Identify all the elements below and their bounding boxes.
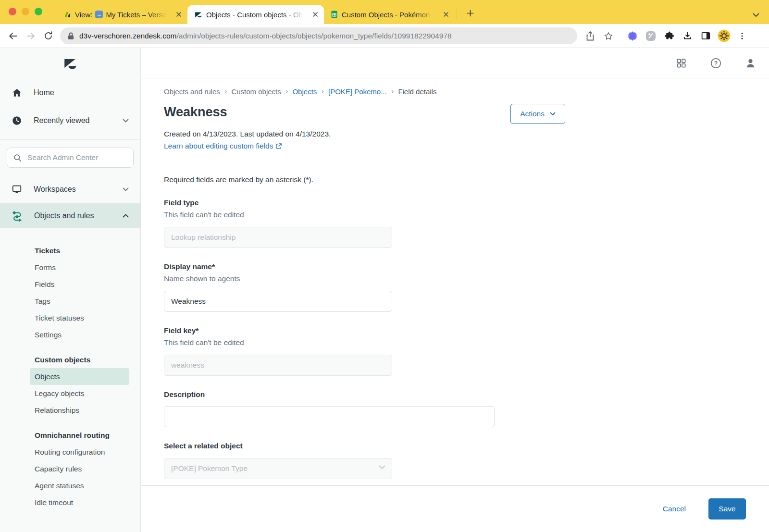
browser-tab-strip: View: → My Tickets – Verscho Objects - C… bbox=[0, 0, 769, 24]
help-icon[interactable]: ? bbox=[709, 57, 722, 69]
sidebar-item-routing-configuration[interactable]: Routing configuration bbox=[30, 444, 129, 460]
sidebar-item-settings[interactable]: Settings bbox=[30, 326, 129, 343]
tab-my-tickets[interactable]: View: → My Tickets – Verscho bbox=[57, 5, 187, 24]
profile-avatar[interactable] bbox=[715, 27, 733, 45]
breadcrumb: Objects and rules › Custom objects › Obj… bbox=[164, 87, 565, 96]
arrow-emoji: → bbox=[95, 11, 103, 18]
display-name-hint: Name shown to agents bbox=[164, 274, 565, 283]
sidebar-item-recently-viewed[interactable]: Recently viewed bbox=[0, 107, 140, 135]
description-group: Description bbox=[164, 390, 565, 427]
forward-icon[interactable] bbox=[22, 27, 39, 45]
extension-disabled-icon[interactable] bbox=[642, 27, 660, 45]
sidebar-item-objects-and-rules[interactable]: Objects and rules bbox=[0, 203, 140, 228]
save-button[interactable]: Save bbox=[708, 498, 746, 520]
page-content: Objects and rules › Custom objects › Obj… bbox=[141, 78, 769, 485]
back-icon[interactable] bbox=[4, 27, 22, 45]
chevron-down-icon bbox=[123, 187, 129, 191]
breadcrumb-separator: › bbox=[224, 87, 227, 96]
bookmark-star-icon[interactable] bbox=[599, 27, 618, 45]
tab-objects-active[interactable]: Objects - Custom objects - Obj bbox=[187, 5, 324, 24]
reload-icon[interactable] bbox=[39, 27, 57, 45]
tab-sheets[interactable]: Custom Objects - Pokémon - G bbox=[324, 5, 455, 24]
sidebar-item-workspaces[interactable]: Workspaces bbox=[0, 175, 140, 203]
related-object-select bbox=[164, 458, 392, 479]
sidebar-divider bbox=[0, 139, 140, 140]
search-icon bbox=[13, 154, 22, 162]
apps-grid-icon[interactable] bbox=[675, 57, 687, 69]
tab-title: Custom Objects - Pokémon - G bbox=[342, 11, 437, 19]
sidebar-item-agent-statuses[interactable]: Agent statuses bbox=[30, 477, 129, 494]
sidebar-item-capacity-rules[interactable]: Capacity rules bbox=[30, 460, 129, 477]
zendesk-favicon bbox=[194, 11, 202, 19]
actions-button[interactable]: Actions bbox=[510, 104, 565, 124]
tab-close-icon[interactable] bbox=[441, 10, 451, 19]
minimize-window-button[interactable] bbox=[22, 8, 29, 15]
sidebar-search bbox=[7, 148, 134, 168]
breadcrumb-custom-objects: Custom objects bbox=[231, 87, 281, 96]
field-type-group: Field type This field can't be edited bbox=[164, 198, 565, 248]
field-type-label: Field type bbox=[164, 198, 565, 207]
sidebar-item-fields[interactable]: Fields bbox=[30, 276, 129, 293]
browser-menu-kebab-icon[interactable] bbox=[733, 27, 751, 45]
sidebar-item-label: Recently viewed bbox=[34, 116, 90, 125]
sidebar-item-relationships[interactable]: Relationships bbox=[30, 402, 129, 419]
breadcrumb-objects-link[interactable]: Objects bbox=[292, 87, 317, 96]
home-icon bbox=[12, 87, 22, 98]
external-link-icon bbox=[275, 143, 282, 149]
page-title: Weakness bbox=[164, 104, 227, 120]
zendesk-admin-app: Home Recently viewed Workspa bbox=[0, 48, 769, 532]
address-bar[interactable]: d3v-verschoren.zendesk.com/admin/objects… bbox=[60, 27, 577, 44]
field-type-input bbox=[164, 227, 392, 248]
sidebar-item-objects[interactable]: Objects bbox=[30, 368, 129, 385]
sidebar-item-ticket-statuses[interactable]: Ticket statuses bbox=[30, 309, 129, 326]
tab-close-icon[interactable] bbox=[174, 10, 184, 19]
breadcrumb-objects-and-rules: Objects and rules bbox=[164, 87, 220, 96]
side-panel-icon[interactable] bbox=[696, 27, 715, 45]
sidebar-item-label: Workspaces bbox=[34, 185, 76, 194]
related-object-label: Select a related object bbox=[164, 442, 565, 450]
sidebar-item-tags[interactable]: Tags bbox=[30, 293, 129, 309]
sidebar-item-idle-timeout[interactable]: Idle timeout bbox=[30, 494, 129, 511]
description-label: Description bbox=[164, 390, 565, 399]
downloads-icon[interactable] bbox=[678, 27, 696, 45]
extensions-puzzle-icon[interactable] bbox=[660, 27, 678, 45]
breadcrumb-separator: › bbox=[285, 87, 288, 96]
sidebar-item-home[interactable]: Home bbox=[0, 79, 140, 107]
search-input[interactable] bbox=[26, 153, 127, 162]
tab-search-chevron-icon[interactable] bbox=[753, 13, 759, 17]
search-box[interactable] bbox=[7, 148, 134, 168]
close-window-button[interactable] bbox=[9, 8, 16, 15]
description-input[interactable] bbox=[164, 406, 495, 427]
display-name-input[interactable] bbox=[164, 291, 392, 312]
sidebar-item-forms[interactable]: Forms bbox=[30, 259, 129, 276]
form-footer: Cancel Save bbox=[141, 485, 769, 532]
breadcrumb-separator: › bbox=[391, 87, 394, 96]
chevron-down-icon bbox=[123, 119, 129, 123]
subnav-header-tickets: Tickets bbox=[30, 243, 129, 259]
cancel-button[interactable]: Cancel bbox=[663, 505, 686, 513]
user-avatar-icon[interactable] bbox=[744, 57, 757, 69]
objects-rules-icon bbox=[12, 210, 23, 222]
sidebar-item-legacy-objects[interactable]: Legacy objects bbox=[30, 385, 129, 402]
tab-title: Objects - Custom objects - Obj bbox=[206, 11, 307, 19]
related-object-group: Select a related object bbox=[164, 442, 565, 479]
breadcrumb-separator: › bbox=[321, 87, 324, 96]
extension-starburst-icon[interactable] bbox=[623, 27, 642, 45]
new-tab-button[interactable] bbox=[463, 6, 477, 20]
breadcrumb-poke-pokemon-link[interactable]: [POKE] Pokemo... bbox=[328, 87, 387, 96]
views-favicon bbox=[63, 11, 71, 18]
sidebar-subnav: Tickets Forms Fields Tags Ticket statuse… bbox=[30, 243, 129, 511]
chevron-up-icon bbox=[123, 214, 129, 218]
display-name-group: Display name* Name shown to agents bbox=[164, 262, 565, 312]
sidebar: Home Recently viewed Workspa bbox=[0, 48, 141, 532]
window-controls bbox=[9, 8, 42, 15]
learn-link[interactable]: Learn about editing custom fields bbox=[164, 142, 282, 150]
share-icon[interactable] bbox=[581, 27, 599, 45]
display-name-label: Display name* bbox=[164, 262, 565, 271]
lock-icon[interactable] bbox=[68, 32, 74, 40]
monitor-icon bbox=[12, 184, 22, 195]
tab-close-icon[interactable] bbox=[310, 10, 320, 19]
subnav-header-omnichannel-routing: Omnichannel routing bbox=[30, 427, 129, 444]
maximize-window-button[interactable] bbox=[35, 8, 42, 15]
main-area: ? Objects and rules › Custom objects › O… bbox=[141, 48, 769, 532]
